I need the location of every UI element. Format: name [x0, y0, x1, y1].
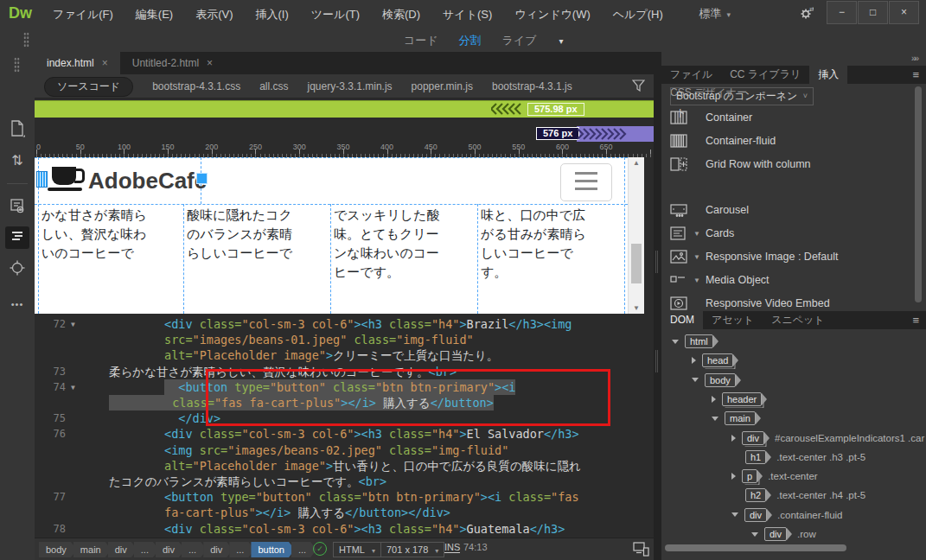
dom-tag[interactable]: body [705, 373, 736, 387]
line-number[interactable]: 76 [38, 426, 66, 442]
dom-node-body[interactable]: body [661, 372, 926, 389]
toolbar-grip[interactable] [23, 32, 29, 48]
menu-5[interactable]: ツール(T) [300, 0, 371, 29]
tag-crumb-div[interactable]: div [203, 542, 233, 557]
dom-tab-DOM[interactable]: DOM [661, 311, 703, 329]
insert-item-Responsive Video Embed[interactable]: Responsive Video Embed [670, 296, 830, 311]
view-mode-分割[interactable]: 分割 [449, 28, 492, 54]
tag-crumb-body[interactable]: body [39, 542, 77, 557]
menu-7[interactable]: サイト(S) [431, 0, 503, 29]
panel-splitter[interactable] [654, 52, 661, 560]
dom-tag[interactable]: div [764, 527, 787, 541]
dom-tag[interactable]: h2 [745, 488, 766, 502]
insert-item-Cards[interactable]: ▼Cards [670, 226, 734, 241]
lint-ok-icon[interactable]: ✓ [313, 542, 327, 556]
related-file-bootstrap-4.3.1.js[interactable]: bootstrap-4.3.1.js [492, 80, 572, 92]
insert-item-Container-fluid[interactable]: Container-fluid [670, 133, 776, 149]
tree-caret-icon[interactable] [731, 512, 738, 517]
menu-9[interactable]: ヘルプ(H) [602, 0, 674, 29]
tag-crumb-...[interactable]: ... [229, 542, 254, 557]
related-file-bootstrap-4.3.1.css[interactable]: bootstrap-4.3.1.css [152, 80, 240, 92]
dom-tag[interactable]: html [685, 334, 713, 348]
doctype-dropdown[interactable]: HTML▾ [333, 542, 381, 557]
related-file-jquery-3.3.1.min.js[interactable]: jquery-3.3.1.min.js [308, 80, 393, 92]
tree-caret-icon[interactable] [751, 532, 758, 537]
splitter-grip[interactable] [655, 350, 660, 372]
menu-4[interactable]: 挿入(I) [245, 0, 300, 29]
dom-node-div[interactable]: div#carouselExampleIndicators1 .car [661, 430, 926, 447]
sync-settings-icon[interactable]: ⇄ [799, 6, 814, 24]
dom-tag[interactable]: header [722, 392, 762, 406]
code-view[interactable]: 72▼<div class="col-sm-3 col-6"><h3 class… [35, 314, 654, 538]
dom-node-main[interactable]: main [661, 410, 926, 427]
live-view-dropdown-icon[interactable]: ▾ [549, 31, 574, 51]
menu-3[interactable]: 表示(V) [184, 0, 244, 29]
line-number[interactable]: 78 [38, 521, 66, 537]
line-number[interactable]: 75 [38, 410, 66, 426]
live-view-options-icon[interactable] [7, 197, 28, 218]
window-size-dropdown[interactable]: 701 x 178▾ [380, 542, 444, 557]
navbar-toggler-button[interactable] [560, 163, 612, 201]
insert-item-Container[interactable]: Container [670, 110, 752, 125]
panel-tab-ファイル[interactable]: ファイル [661, 66, 721, 84]
dom-tag[interactable]: div [742, 431, 764, 445]
scrollbar-thumb[interactable] [631, 244, 642, 283]
more-tools-icon[interactable]: ••• [7, 299, 28, 320]
tree-caret-icon[interactable] [692, 378, 699, 382]
dom-tag[interactable]: div [744, 508, 767, 522]
dom-tab-アセット[interactable]: アセット [703, 311, 763, 329]
panel-menu-icon[interactable]: ≡ [912, 68, 919, 81]
related-file-all.css[interactable]: all.css [259, 80, 288, 92]
tree-caret-icon[interactable] [731, 435, 736, 442]
dom-node-h2[interactable]: h2.text-center .h4 .pt-5 [661, 487, 926, 504]
dom-tag[interactable]: head [702, 353, 733, 367]
dom-node-html[interactable]: html [661, 333, 926, 350]
tag-crumb-...[interactable]: ... [182, 542, 207, 557]
workspace-switcher[interactable]: 標準▾ [699, 6, 731, 22]
open-documents-icon[interactable] [7, 119, 28, 140]
splitter-grip[interactable] [655, 251, 660, 273]
tag-crumb-div[interactable]: div [108, 542, 137, 557]
insert-item-Media Object[interactable]: ▼Media Object [670, 272, 770, 288]
maximize-button[interactable]: □ [858, 1, 888, 24]
selection-handle[interactable] [196, 173, 208, 184]
dom-node-h1[interactable]: h1.text-center .h3 .pt-5 [661, 449, 926, 466]
collapse-panels-icon[interactable]: »» [911, 54, 917, 63]
dom-node-div[interactable]: div.row [661, 525, 926, 543]
dom-node-header[interactable]: header [661, 391, 926, 408]
media-query-bar[interactable]: 575.98 px [35, 100, 654, 118]
preview-devices-icon[interactable] [633, 541, 649, 558]
insert-mode-indicator[interactable]: INS [444, 542, 460, 553]
insert-category-dropdown[interactable]: ˅ Bootstrap のコンポーネント [670, 87, 814, 105]
insert-item-Grid Row with column[interactable]: Grid Row with column [670, 156, 811, 172]
toolbar-grip[interactable] [14, 57, 20, 73]
related-file-popper.min.js[interactable]: popper.min.js [412, 80, 473, 92]
tree-caret-icon[interactable] [712, 396, 716, 403]
tag-crumb-main[interactable]: main [73, 542, 112, 557]
line-number[interactable]: 72 [38, 316, 66, 332]
dom-node-head[interactable]: head [661, 352, 926, 369]
design-scrollbar[interactable]: ▲ ▼ [628, 157, 644, 314]
line-number[interactable]: 73 [38, 364, 66, 379]
tag-crumb-div[interactable]: div [156, 542, 185, 557]
line-number[interactable]: 77 [38, 489, 66, 505]
menu-2[interactable]: 編集(E) [125, 0, 184, 29]
dom-node-p[interactable]: p.text-center [661, 468, 926, 485]
tree-caret-icon[interactable] [731, 473, 736, 480]
code-fold-icon[interactable]: ▼ [71, 317, 75, 333]
related-file-ソースコード[interactable]: ソースコード [44, 77, 133, 97]
dom-tag[interactable]: h1 [745, 450, 766, 464]
menu-1[interactable]: ファイル(F) [42, 0, 125, 29]
panel-scrollbar[interactable] [915, 86, 922, 302]
dom-tag[interactable]: main [725, 411, 756, 425]
tree-caret-icon[interactable] [672, 340, 679, 344]
close-button[interactable]: × [889, 1, 919, 24]
close-icon[interactable]: × [207, 57, 213, 69]
view-mode-コード[interactable]: コード [393, 28, 449, 54]
tree-caret-icon[interactable] [692, 357, 696, 364]
code-fold-icon[interactable]: ▼ [71, 380, 75, 396]
document-tab-index.html[interactable]: index.html× [35, 52, 120, 74]
element-drag-grip[interactable] [36, 171, 48, 188]
filter-funnel-icon[interactable] [632, 80, 645, 95]
tree-caret-icon[interactable] [712, 417, 718, 421]
